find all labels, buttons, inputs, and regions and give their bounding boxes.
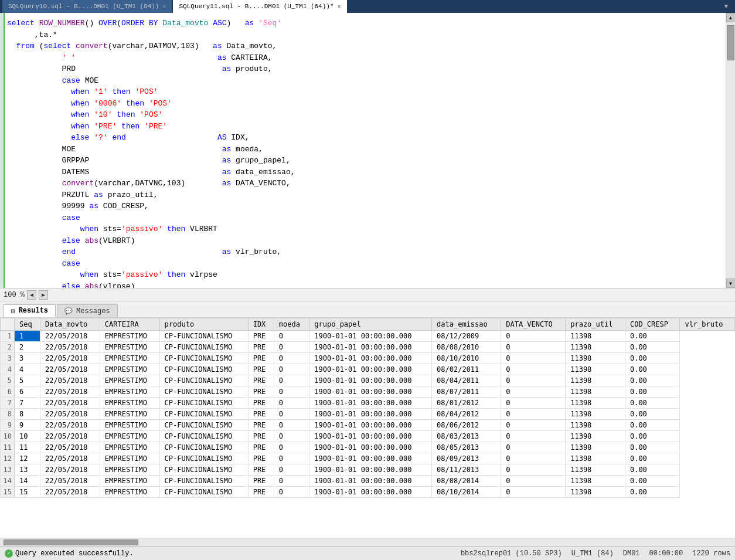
cell[interactable]: 0 — [274, 398, 309, 409]
cell[interactable]: CP-FUNCIONALISMO — [159, 331, 248, 342]
cell[interactable]: 12 — [15, 453, 40, 464]
cell[interactable]: 0 — [274, 331, 309, 342]
cell[interactable]: 9 — [15, 420, 40, 431]
tab-sqlquery10-close[interactable]: ✕ — [162, 3, 166, 10]
cell[interactable]: 08/03/2013 — [432, 431, 501, 442]
cell[interactable]: 22/05/2018 — [40, 431, 100, 442]
col-header-grupo-papel[interactable]: grupo_papel — [309, 318, 432, 331]
cell[interactable]: 22/05/2018 — [40, 398, 100, 409]
cell[interactable]: 0 — [501, 431, 566, 442]
cell[interactable]: 22/05/2018 — [40, 331, 100, 342]
cell[interactable]: 22/05/2018 — [40, 453, 100, 464]
cell[interactable]: 1900-01-01 00:00:00.000 — [309, 331, 432, 342]
cell[interactable]: 2 — [15, 342, 40, 353]
cell[interactable]: 22/05/2018 — [40, 420, 100, 431]
cell[interactable]: 0 — [501, 353, 566, 364]
cell[interactable]: EMPRESTIMO — [100, 464, 159, 476]
cell[interactable]: 0.00 — [625, 487, 679, 498]
cell[interactable]: 0 — [501, 364, 566, 375]
cell[interactable]: 11398 — [566, 431, 625, 442]
cell[interactable]: 8 — [15, 409, 40, 420]
col-header-data-vencto[interactable]: DATA_VENCTO — [501, 318, 566, 331]
cell[interactable]: CP-FUNCIONALISMO — [159, 398, 248, 409]
col-header-data-movto[interactable]: Data_movto — [40, 318, 100, 331]
cell[interactable]: 0.00 — [625, 431, 679, 442]
cell[interactable]: EMPRESTIMO — [100, 398, 159, 409]
horizontal-scrollbar[interactable] — [0, 538, 735, 546]
cell[interactable]: 0 — [501, 442, 566, 453]
cell[interactable]: EMPRESTIMO — [100, 386, 159, 398]
cell[interactable]: 22/05/2018 — [40, 476, 100, 487]
cell[interactable]: 22/05/2018 — [40, 364, 100, 375]
cell[interactable]: 1900-01-01 00:00:00.000 — [309, 464, 432, 476]
cell[interactable]: 0 — [274, 431, 309, 442]
cell[interactable]: 0.00 — [625, 375, 679, 386]
cell[interactable]: PRE — [248, 342, 274, 353]
cell[interactable]: 1900-01-01 00:00:00.000 — [309, 442, 432, 453]
cell[interactable]: 1900-01-01 00:00:00.000 — [309, 409, 432, 420]
cell[interactable]: 0 — [501, 487, 566, 498]
col-header-vlr-bruto[interactable]: vlr_bruto — [680, 318, 735, 331]
cell[interactable]: 0 — [501, 331, 566, 342]
cell[interactable]: PRE — [248, 409, 274, 420]
cell[interactable]: 0 — [274, 476, 309, 487]
cell[interactable]: PRE — [248, 431, 274, 442]
col-header-carteira[interactable]: CARTEIRA — [100, 318, 159, 331]
cell[interactable]: 11398 — [566, 364, 625, 375]
table-row[interactable]: 2222/05/2018EMPRESTIMOCP-FUNCIONALISMOPR… — [1, 342, 735, 353]
col-header-idx[interactable]: IDX — [248, 318, 274, 331]
cell[interactable]: 08/04/2012 — [432, 409, 501, 420]
col-header-moeda[interactable]: moeda — [274, 318, 309, 331]
cell[interactable]: PRE — [248, 331, 274, 342]
col-header-produto[interactable]: produto — [159, 318, 248, 331]
cell[interactable]: CP-FUNCIONALISMO — [159, 342, 248, 353]
cell[interactable]: 08/07/2011 — [432, 386, 501, 398]
cell[interactable]: CP-FUNCIONALISMO — [159, 364, 248, 375]
cell[interactable]: 0 — [501, 409, 566, 420]
col-header-data-emissao[interactable]: data_emissao — [432, 318, 501, 331]
cell[interactable]: EMPRESTIMO — [100, 375, 159, 386]
cell[interactable]: 0 — [274, 464, 309, 476]
cell[interactable]: CP-FUNCIONALISMO — [159, 476, 248, 487]
cell[interactable]: 0 — [274, 353, 309, 364]
cell[interactable]: 1900-01-01 00:00:00.000 — [309, 342, 432, 353]
scroll-down-btn[interactable]: ▼ — [726, 279, 736, 288]
cell[interactable]: 11398 — [566, 464, 625, 476]
cell[interactable]: 0.00 — [625, 453, 679, 464]
cell[interactable]: EMPRESTIMO — [100, 409, 159, 420]
scroll-right-btn[interactable]: ▶ — [39, 290, 48, 300]
cell[interactable]: 1900-01-01 00:00:00.000 — [309, 487, 432, 498]
table-row[interactable]: 7722/05/2018EMPRESTIMOCP-FUNCIONALISMOPR… — [1, 398, 735, 409]
cell[interactable]: CP-FUNCIONALISMO — [159, 409, 248, 420]
cell[interactable]: 15 — [15, 487, 40, 498]
cell[interactable]: 11398 — [566, 331, 625, 342]
cell[interactable]: 0 — [274, 487, 309, 498]
scroll-left-btn[interactable]: ◀ — [27, 290, 36, 300]
cell[interactable]: 0 — [274, 420, 309, 431]
table-row[interactable]: 101022/05/2018EMPRESTIMOCP-FUNCIONALISMO… — [1, 431, 735, 442]
cell[interactable]: 10 — [15, 431, 40, 442]
cell[interactable]: CP-FUNCIONALISMO — [159, 431, 248, 442]
cell[interactable]: 11398 — [566, 375, 625, 386]
cell[interactable]: 22/05/2018 — [40, 442, 100, 453]
cell[interactable]: 0.00 — [625, 353, 679, 364]
col-header-prazo-util[interactable]: prazo_util — [566, 318, 625, 331]
cell[interactable]: 0.00 — [625, 409, 679, 420]
table-row[interactable]: 5522/05/2018EMPRESTIMOCP-FUNCIONALISMOPR… — [1, 375, 735, 386]
cell[interactable]: EMPRESTIMO — [100, 331, 159, 342]
cell[interactable]: CP-FUNCIONALISMO — [159, 375, 248, 386]
tab-sqlquery10[interactable]: SQLQuery10.sql - B....DM01 (U_TM1 (84)) … — [2, 0, 172, 13]
cell[interactable]: 08/06/2012 — [432, 420, 501, 431]
cell[interactable]: 4 — [15, 364, 40, 375]
cell[interactable]: 08/08/2010 — [432, 342, 501, 353]
table-row[interactable]: 6622/05/2018EMPRESTIMOCP-FUNCIONALISMOPR… — [1, 386, 735, 398]
cell[interactable]: CP-FUNCIONALISMO — [159, 420, 248, 431]
cell[interactable]: 1900-01-01 00:00:00.000 — [309, 420, 432, 431]
table-row[interactable]: 4422/05/2018EMPRESTIMOCP-FUNCIONALISMOPR… — [1, 364, 735, 375]
cell[interactable]: 08/10/2010 — [432, 353, 501, 364]
cell[interactable]: CP-FUNCIONALISMO — [159, 386, 248, 398]
col-header-cod-cresp[interactable]: COD_CRESP — [625, 318, 679, 331]
cell[interactable]: 1900-01-01 00:00:00.000 — [309, 476, 432, 487]
cell[interactable]: 6 — [15, 386, 40, 398]
cell[interactable]: 22/05/2018 — [40, 342, 100, 353]
